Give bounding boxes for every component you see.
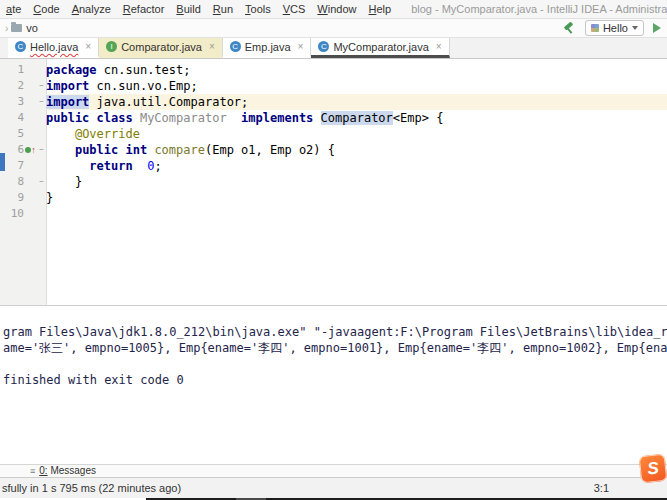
folder-icon <box>11 24 22 32</box>
menu-item-analyze[interactable]: Analyze <box>66 3 117 15</box>
class-icon: C <box>318 41 329 52</box>
line-number: 5 <box>0 126 24 142</box>
menu-item-build[interactable]: Build <box>170 3 206 15</box>
menu-item-tools[interactable]: Tools <box>239 3 277 15</box>
menu-items: ateCodeAnalyzeRefactorBuildRunToolsVCSWi… <box>0 3 397 15</box>
class-icon: C <box>15 41 26 52</box>
tab-mycomparator-java[interactable]: CMyComparator.java× <box>311 38 449 58</box>
console-line: finished with exit code 0 <box>3 372 667 388</box>
breadcrumb-separator-icon: › <box>5 23 8 34</box>
editor-rows: 1package cn.sun.test;2−import cn.sun.vo.… <box>0 59 667 222</box>
tab-emp-java[interactable]: CEmp.java× <box>223 38 312 58</box>
code-line-2: 2−import cn.sun.vo.Emp; <box>0 78 667 94</box>
code-editor[interactable]: 1package cn.sun.test;2−import cn.sun.vo.… <box>0 59 667 305</box>
code-line-1: 1package cn.sun.test; <box>0 62 667 78</box>
tab-label: Comparator.java <box>121 41 202 53</box>
menu-item-code[interactable]: Code <box>27 3 65 15</box>
menu-item-window[interactable]: Window <box>311 3 362 15</box>
menu-item-vcs[interactable]: VCS <box>277 3 312 15</box>
fold-marker-icon[interactable]: − <box>37 142 46 158</box>
code-line-6: 6↑− public int compare(Emp o1, Emp o2) { <box>0 142 667 158</box>
change-marker <box>0 153 5 171</box>
class-icon: C <box>230 41 241 52</box>
tab-label: MyComparator.java <box>333 41 428 53</box>
line-number: 4 <box>0 110 24 126</box>
console-line: ame='张三', empno=1005}, Emp{ename='李四', e… <box>3 340 667 356</box>
run-button[interactable] <box>653 23 661 33</box>
interface-icon: I <box>106 41 117 52</box>
fold-marker-icon[interactable]: − <box>37 94 46 110</box>
close-icon[interactable]: × <box>209 41 215 52</box>
code-line-8: 8− } <box>0 174 667 190</box>
close-icon[interactable]: × <box>298 41 304 52</box>
code-line-5: 5 @Override <box>0 126 667 142</box>
line-number: 8 <box>0 174 24 190</box>
messages-tab-label[interactable]: 0: Messages <box>39 465 96 477</box>
console-line <box>3 356 667 372</box>
menu-item-refactor[interactable]: Refactor <box>117 3 171 15</box>
caret-position[interactable]: 3:1 <box>594 482 609 494</box>
tab-hello-java[interactable]: CHello.java× <box>8 38 99 58</box>
chevron-down-icon <box>632 26 638 30</box>
line-number: 9 <box>0 190 24 206</box>
line-number: 2 <box>0 78 24 94</box>
status-message: sfully in 1 s 795 ms (22 minutes ago) <box>2 482 181 494</box>
code-line-7: 7 return 0; <box>0 158 667 174</box>
tab-label: Hello.java <box>30 41 78 53</box>
menu-item-run[interactable]: Run <box>207 3 239 15</box>
tab-label: Emp.java <box>245 41 291 53</box>
tab-comparator-java[interactable]: IComparator.java× <box>99 38 223 58</box>
menu-bar: ateCodeAnalyzeRefactorBuildRunToolsVCSWi… <box>0 0 667 19</box>
code-line-3: 3−import java.util.Comparator; <box>0 94 667 110</box>
run-config-name: Hello <box>603 22 628 34</box>
run-console: gram Files\Java\jdk1.8.0_212\bin\java.ex… <box>0 305 667 464</box>
fold-marker-icon[interactable]: − <box>37 78 46 94</box>
line-number: 10 <box>0 206 24 222</box>
line-number: 3 <box>0 94 24 110</box>
code-line-4: 4public class MyComparator implements Co… <box>0 110 667 126</box>
code-line-10: 10 <box>0 206 667 222</box>
sogou-input-icon[interactable]: S <box>639 454 667 484</box>
console-line: gram Files\Java\jdk1.8.0_212\bin\java.ex… <box>3 324 667 340</box>
tab-bar: CHello.java×IComparator.java×CEmp.java×C… <box>0 38 667 59</box>
messages-list-icon: ≡ <box>30 465 35 477</box>
navigation-bar: › vo Hello <box>0 19 667 38</box>
build-hammer-icon[interactable] <box>562 22 576 35</box>
run-configuration-select[interactable]: Hello <box>585 20 644 36</box>
line-number: 1 <box>0 62 24 78</box>
menu-item-help[interactable]: Help <box>362 3 397 15</box>
menu-item-ate[interactable]: ate <box>0 3 27 15</box>
close-icon[interactable]: × <box>436 41 442 52</box>
messages-bar[interactable]: ≡ 0: Messages <box>0 464 667 477</box>
fold-marker-icon[interactable]: − <box>37 174 46 190</box>
overriding-method-icon[interactable]: ↑ <box>24 142 37 158</box>
console-lines: gram Files\Java\jdk1.8.0_212\bin\java.ex… <box>3 324 667 388</box>
run-config-app-icon <box>591 24 599 32</box>
breadcrumb-folder[interactable]: vo <box>26 22 38 34</box>
close-icon[interactable]: × <box>85 41 91 52</box>
status-bar: sfully in 1 s 795 ms (22 minutes ago) 3:… <box>0 477 667 498</box>
code-line-9: 9} <box>0 190 667 206</box>
window-title: blog - MyComparator.java - IntelliJ IDEA… <box>411 3 667 15</box>
